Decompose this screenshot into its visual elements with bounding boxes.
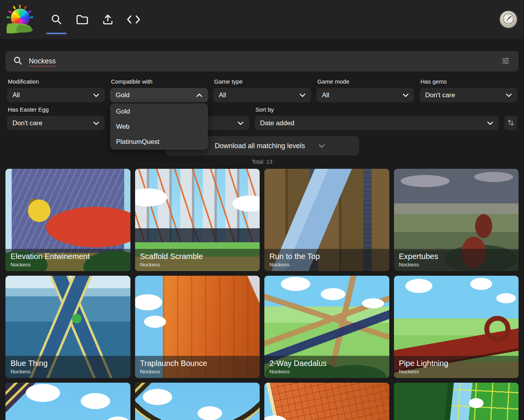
search-input[interactable]: Nockess	[5, 51, 519, 72]
search-icon	[51, 14, 62, 25]
filter-has-gems: Has gems Don't care	[420, 78, 517, 102]
dropdown-value: Gold	[116, 91, 130, 99]
level-card[interactable]	[394, 383, 519, 420]
level-caption: Run to the Top Nockess	[264, 249, 389, 271]
level-card[interactable]: Pipe Lightning Nockess	[394, 276, 519, 378]
compatible-with-dropdown[interactable]: Gold	[110, 88, 208, 102]
filter-label: Has gems	[420, 78, 517, 85]
filter-modification: Modification All	[7, 78, 105, 102]
option-web[interactable]: Web	[110, 119, 208, 134]
level-card[interactable]: Elevation Entwinement Nockess	[5, 169, 130, 271]
has-gems-dropdown[interactable]: Don't care	[420, 88, 517, 102]
advanced-filters-button[interactable]	[499, 54, 512, 69]
stopwatch-icon	[502, 12, 515, 27]
dropdown-value: All	[322, 91, 329, 99]
level-title: Blue Thing	[11, 359, 125, 368]
main-nav	[44, 0, 146, 39]
level-card[interactable]	[264, 383, 389, 420]
level-title: Pipe Lightning	[399, 359, 514, 368]
search-icon	[13, 56, 23, 67]
tab-api-code[interactable]	[121, 0, 146, 39]
level-card[interactable]	[5, 383, 130, 420]
filter-label: Has Easter Egg	[8, 106, 105, 113]
level-thumbnail	[264, 383, 389, 420]
level-card[interactable]: Expertubes Nockess	[394, 169, 519, 271]
level-card[interactable]: Traplaunch Bounce Nockess	[135, 276, 260, 378]
sort-direction-button[interactable]	[504, 116, 517, 130]
chevron-down-icon	[299, 93, 306, 97]
level-caption: Traplaunch Bounce Nockess	[135, 356, 260, 378]
account-clock-button[interactable]	[500, 11, 517, 28]
filter-row-1: Modification All Compatible with Gold Go…	[7, 78, 517, 102]
filter-label: Compatible with	[111, 78, 208, 85]
level-card[interactable]: Scaffold Scramble Nockess	[135, 169, 260, 271]
filter-sort-by: Sort by Date added	[255, 106, 499, 130]
top-navigation-bar	[0, 0, 524, 39]
filter-game-mode: Game mode All	[317, 78, 414, 102]
arrows-up-down-icon	[507, 119, 514, 128]
level-caption: Blue Thing Nockess	[5, 356, 130, 378]
chevron-down-icon	[506, 93, 512, 97]
logo-ray	[24, 6, 27, 10]
filter-has-easter-egg: Has Easter Egg Don't care	[7, 106, 105, 130]
level-thumbnail	[135, 383, 260, 420]
filter-game-type: Game type All	[213, 78, 311, 102]
leaf-icon	[16, 24, 33, 33]
tab-upload[interactable]	[95, 0, 121, 39]
sort-by-dropdown[interactable]: Date added	[255, 116, 499, 130]
logo-ray	[19, 5, 21, 8]
level-title: 2-Way Daedalus	[269, 359, 384, 368]
chevron-down-icon	[403, 93, 409, 97]
level-card[interactable]: 2-Way Daedalus Nockess	[264, 276, 389, 378]
dropdown-value: Date added	[260, 119, 294, 127]
level-card[interactable]: Blue Thing Nockess	[5, 276, 130, 378]
marbleland-logo[interactable]	[6, 5, 33, 35]
has-easter-egg-dropdown[interactable]: Don't care	[7, 116, 105, 130]
level-card[interactable]: Run to the Top Nockess	[264, 169, 389, 271]
level-author: Nockess	[269, 369, 384, 374]
logo-ray	[6, 16, 10, 18]
level-caption: 2-Way Daedalus Nockess	[264, 356, 389, 378]
search-query-text: Nockess	[29, 57, 56, 65]
logo-ray	[8, 10, 12, 14]
level-author: Nockess	[399, 369, 514, 374]
code-brackets-icon	[127, 14, 141, 24]
level-author: Nockess	[399, 262, 514, 268]
compatible-with-options: Gold Web PlatinumQuest	[110, 103, 208, 150]
level-card[interactable]	[135, 383, 260, 420]
level-caption: Elevation Entwinement Nockess	[5, 249, 130, 271]
level-caption: Scaffold Scramble Nockess	[135, 249, 260, 271]
level-title: Expertubes	[399, 252, 514, 261]
active-tab-indicator	[46, 33, 67, 34]
option-gold[interactable]: Gold	[110, 104, 208, 119]
modification-dropdown[interactable]: All	[7, 88, 105, 102]
game-mode-dropdown[interactable]: All	[317, 88, 414, 102]
filter-label: Sort by	[255, 106, 499, 113]
level-thumbnail	[394, 383, 519, 420]
folder-icon	[76, 14, 88, 25]
game-type-dropdown[interactable]: All	[213, 88, 311, 102]
level-author: Nockess	[269, 262, 384, 268]
filter-panel: Modification All Compatible with Gold Go…	[0, 72, 524, 130]
filter-row-2: Has Easter Egg Don't care Sort by Date a…	[7, 106, 517, 130]
level-author: Nockess	[11, 262, 125, 268]
level-author: Nockess	[140, 262, 255, 268]
level-author: Nockess	[140, 369, 255, 374]
level-title: Elevation Entwinement	[11, 252, 125, 261]
chevron-up-icon	[196, 93, 202, 97]
filter-label: Modification	[8, 78, 105, 85]
level-title: Scaffold Scramble	[140, 252, 255, 261]
download-all-row: Download all matching levels	[0, 136, 524, 156]
option-platinumquest[interactable]: PlatinumQuest	[110, 134, 208, 149]
chevron-down-icon	[487, 121, 493, 125]
filter-label: Game type	[214, 78, 311, 85]
dropdown-value: All	[12, 91, 20, 99]
tab-levels-folder[interactable]	[69, 0, 95, 39]
dropdown-value: Don't care	[425, 91, 455, 99]
level-thumbnail	[5, 383, 130, 420]
filter-compatible-with: Compatible with Gold Gold Web PlatinumQu…	[110, 78, 208, 102]
level-title: Traplaunch Bounce	[140, 359, 255, 368]
tab-search[interactable]	[44, 0, 69, 39]
level-browser-window: Nockess Modification All Compatible with	[0, 0, 524, 420]
dropdown-value: Don't care	[12, 119, 42, 127]
